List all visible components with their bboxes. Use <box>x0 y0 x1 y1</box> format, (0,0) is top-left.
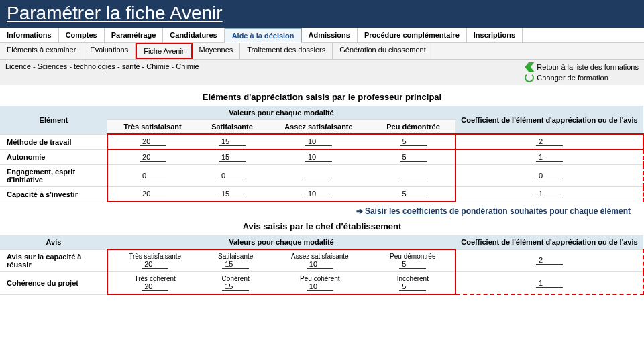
subtab-fiche-avenir[interactable]: Fiche Avenir <box>136 43 192 59</box>
change-formation-link[interactable]: Changer de formation <box>525 73 639 82</box>
value-input[interactable]: 0 <box>219 172 246 180</box>
value-input[interactable] <box>400 178 427 178</box>
row-label: Cohérence du projet <box>0 272 107 295</box>
back-to-list-link[interactable]: Retour à la liste des formations <box>525 62 639 72</box>
refresh-icon <box>525 73 534 82</box>
table-row: Autonomie20151051 <box>0 149 643 165</box>
coef-input[interactable]: 1 <box>536 190 563 198</box>
back-icon <box>525 62 534 72</box>
subtab-el-ments-examiner[interactable]: Eléments à examiner <box>0 43 83 59</box>
value-input[interactable]: 15 <box>222 282 249 291</box>
value-input[interactable] <box>305 178 332 178</box>
tab-informations[interactable]: Informations <box>0 28 59 42</box>
value-input[interactable]: 20 <box>140 153 166 162</box>
table-row: Méthode de travail20151052 <box>0 134 643 149</box>
value-input[interactable]: 10 <box>307 260 333 269</box>
subtab-evaluations[interactable]: Evaluations <box>83 43 136 59</box>
coef-input[interactable]: 2 <box>536 137 563 146</box>
col-element: Elément <box>0 106 107 134</box>
value-input[interactable]: 5 <box>400 153 427 162</box>
value-input[interactable]: 20 <box>140 190 166 198</box>
table-prof-principal: Elément Valeurs pour chaque modalité Coe… <box>0 106 644 202</box>
value-input[interactable]: 15 <box>219 153 246 162</box>
subtab-g-n-ration-du-classement[interactable]: Génération du classement <box>333 43 433 59</box>
row-label: Capacité à s'investir <box>0 187 107 202</box>
nav-main: InformationsComptesParamétrageCandidatur… <box>0 28 644 43</box>
nav-sub: Eléments à examinerEvaluationsFiche Aven… <box>0 43 644 60</box>
col-avis: Avis <box>0 235 107 249</box>
tab-admissions[interactable]: Admissions <box>302 28 358 42</box>
value-input[interactable]: 5 <box>400 190 427 198</box>
tab-param-trage[interactable]: Paramétrage <box>105 28 164 42</box>
value-input[interactable]: 15 <box>222 260 249 269</box>
value-input[interactable]: 10 <box>305 153 332 162</box>
subtab-traitement-des-dossiers[interactable]: Traitement des dossiers <box>240 43 333 59</box>
col-coef: Coefficient de l'élément d'appréciation … <box>455 106 643 134</box>
table-row: Capacité à s'investir20151051 <box>0 187 643 202</box>
coef-input[interactable]: 1 <box>536 153 563 162</box>
coef-input[interactable]: 0 <box>536 172 563 180</box>
breadcrumb: Licence - Sciences - technologies - sant… <box>5 62 199 70</box>
row-label: Engagement, esprit d'initiative <box>0 165 107 187</box>
callout-coefficients: ➔ Saisir les coefficients de pondération… <box>343 202 644 220</box>
row-label: Autonomie <box>0 149 107 165</box>
table-row: Engagement, esprit d'initiative000 <box>0 165 643 187</box>
col-values2: Valeurs pour chaque modalité <box>107 235 455 249</box>
coef-input[interactable]: 2 <box>536 256 563 265</box>
value-input[interactable]: 15 <box>219 137 246 146</box>
tab-proc-dure-compl-mentaire[interactable]: Procédure complémentaire <box>358 28 467 42</box>
value-input[interactable]: 10 <box>307 282 333 291</box>
coef-input[interactable]: 1 <box>536 279 563 288</box>
value-input[interactable]: 15 <box>219 190 246 198</box>
tab-inscriptions[interactable]: Inscriptions <box>467 28 523 42</box>
table-row: Cohérence du projetTrès cohérent20Cohére… <box>0 272 643 295</box>
tab-candidatures[interactable]: Candidatures <box>163 28 224 42</box>
value-input[interactable]: 5 <box>399 282 426 291</box>
value-input[interactable]: 10 <box>305 190 332 198</box>
row-label: Avis sur la capacité à réussir <box>0 249 107 272</box>
tab-comptes[interactable]: Comptes <box>59 28 105 42</box>
table-chef-etablissement: Avis Valeurs pour chaque modalité Coeffi… <box>0 235 644 295</box>
table-row: Avis sur la capacité à réussirTrès satis… <box>0 249 643 272</box>
col-coef2: Coefficient de l'élément d'appréciation … <box>455 235 643 249</box>
row-label: Méthode de travail <box>0 134 107 149</box>
tab-aide-la-d-cision[interactable]: Aide à la décision <box>225 28 302 43</box>
value-input[interactable]: 5 <box>400 137 427 146</box>
section2-title: Avis saisis par le chef d'établissement <box>0 220 644 235</box>
value-input[interactable]: 20 <box>142 282 168 291</box>
value-input[interactable]: 5 <box>399 260 426 269</box>
slide-title: Paramétrer la fiche Avenir <box>0 0 644 28</box>
subtab-moyennes[interactable]: Moyennes <box>193 43 241 59</box>
value-input[interactable]: 0 <box>140 172 166 180</box>
value-input[interactable]: 10 <box>305 137 332 146</box>
value-input[interactable]: 20 <box>140 137 166 146</box>
col-values: Valeurs pour chaque modalité <box>107 106 455 120</box>
value-input[interactable]: 20 <box>142 260 168 269</box>
section1-title: Eléments d'appréciation saisis par le pr… <box>0 85 644 106</box>
